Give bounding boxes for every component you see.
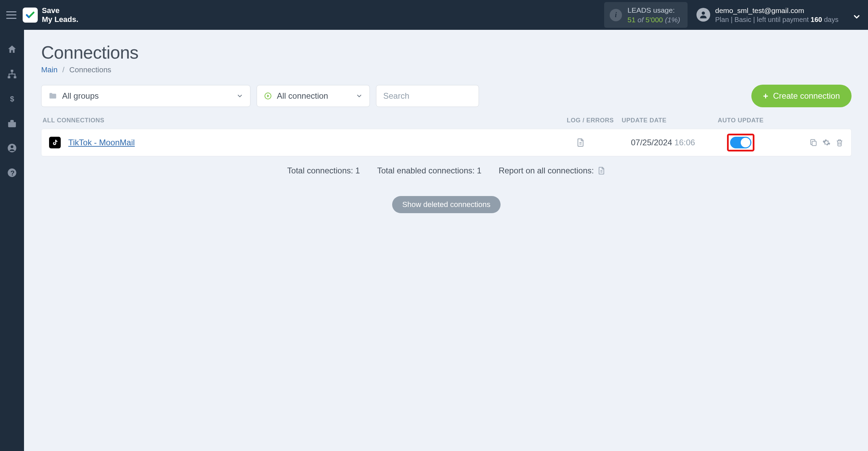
create-connection-label: Create connection — [773, 91, 840, 101]
folder-icon — [48, 92, 57, 100]
report-document-icon[interactable] — [597, 167, 606, 175]
sidebar-item-home[interactable] — [6, 44, 18, 55]
auto-update-highlight — [727, 134, 754, 151]
connection-app-icon — [49, 137, 61, 148]
row-date-cell: 07/25/2024 16:06 — [631, 138, 727, 147]
column-auto: AUTO UPDATE — [718, 117, 786, 124]
connection-name-link[interactable]: TikTok - MoonMail — [68, 138, 576, 147]
user-plan-prefix: Plan | — [715, 16, 732, 23]
svg-rect-3 — [14, 76, 16, 78]
column-log: LOG / ERRORS — [567, 117, 622, 124]
user-days-left: 160 — [811, 16, 822, 23]
log-document-icon[interactable] — [576, 138, 585, 147]
svg-rect-2 — [8, 76, 11, 78]
search-input[interactable] — [376, 85, 479, 107]
brand-line2: My Leads. — [42, 15, 78, 24]
user-plan-mid: | left until payment — [753, 16, 809, 23]
leads-usage-box[interactable]: i LEADS usage: 51 of 5'000 (1%) — [604, 2, 688, 28]
gear-icon[interactable] — [822, 138, 831, 147]
breadcrumb-current: Connections — [69, 65, 111, 74]
svg-point-0 — [702, 12, 705, 15]
table-header: ALL CONNECTIONS LOG / ERRORS UPDATE DATE… — [41, 117, 852, 129]
svg-rect-1 — [11, 70, 13, 72]
status-select-label: All connection — [277, 91, 328, 101]
show-deleted-button[interactable]: Show deleted connections — [392, 196, 501, 213]
sidebar-item-billing[interactable]: $ — [6, 93, 18, 105]
user-days-word: days — [824, 16, 838, 23]
menu-toggle-button[interactable] — [6, 11, 16, 19]
leads-of: of — [637, 16, 644, 24]
user-info: demo_sml_test@gmail.com Plan | Basic | l… — [715, 6, 838, 24]
sidebar: $ ? — [0, 30, 24, 451]
copy-icon[interactable] — [809, 138, 818, 147]
svg-point-6 — [11, 145, 13, 148]
summary-total: Total connections: 1 — [287, 166, 360, 175]
brand-line1: Save — [42, 6, 78, 15]
avatar-icon — [696, 8, 710, 22]
logo-icon — [23, 8, 38, 23]
column-name: ALL CONNECTIONS — [43, 117, 567, 124]
info-icon: i — [610, 9, 622, 21]
groups-select-label: All groups — [62, 91, 99, 101]
user-email: demo_sml_test@gmail.com — [715, 6, 838, 15]
breadcrumb: Main / Connections — [41, 65, 852, 74]
row-actions — [796, 138, 844, 147]
trash-icon[interactable] — [835, 138, 844, 147]
play-circle-icon — [264, 92, 272, 100]
row-log-cell — [576, 138, 631, 147]
svg-text:$: $ — [10, 95, 14, 103]
summary-report: Report on all connections: — [498, 166, 606, 175]
sidebar-item-account[interactable] — [6, 142, 18, 154]
leads-usage-label: LEADS usage: — [627, 5, 680, 15]
column-date: UPDATE DATE — [622, 117, 718, 124]
status-select[interactable]: All connection — [257, 85, 370, 107]
leads-used: 51 — [627, 16, 635, 24]
toggle-knob — [741, 138, 750, 147]
user-plan-name: Basic — [735, 16, 751, 23]
plus-icon: + — [763, 91, 768, 101]
breadcrumb-separator: / — [62, 65, 64, 74]
topbar: Save My Leads. i LEADS usage: 51 of 5'00… — [0, 0, 868, 30]
breadcrumb-home-link[interactable]: Main — [41, 65, 58, 74]
svg-rect-12 — [812, 141, 816, 146]
row-auto-cell — [727, 134, 796, 151]
update-date: 07/25/2024 — [631, 138, 672, 147]
page-title: Connections — [41, 42, 852, 63]
groups-select[interactable]: All groups — [41, 85, 250, 107]
brand-logo[interactable]: Save My Leads. — [23, 6, 78, 24]
update-time: 16:06 — [675, 138, 695, 147]
chevron-down-icon[interactable] — [852, 12, 861, 21]
table-row: TikTok - MoonMail 07/25/2024 16:06 — [41, 129, 852, 156]
auto-update-toggle[interactable] — [730, 137, 751, 148]
chevron-down-icon — [356, 93, 363, 99]
main-content: Connections Main / Connections All group… — [24, 30, 868, 451]
summary-report-label: Report on all connections: — [498, 166, 594, 175]
leads-percent: (1%) — [665, 16, 680, 24]
summary-row: Total connections: 1 Total enabled conne… — [41, 166, 852, 175]
sidebar-item-toolbox[interactable] — [6, 118, 18, 129]
chevron-down-icon — [236, 93, 243, 99]
leads-usage-text: LEADS usage: 51 of 5'000 (1%) — [627, 5, 680, 24]
svg-text:?: ? — [10, 169, 14, 177]
user-menu[interactable]: demo_sml_test@gmail.com Plan | Basic | l… — [696, 6, 838, 24]
brand-text: Save My Leads. — [42, 6, 78, 24]
sidebar-item-help[interactable]: ? — [6, 167, 18, 179]
summary-enabled: Total enabled connections: 1 — [377, 166, 481, 175]
sidebar-item-connections[interactable] — [6, 68, 18, 80]
filters-row: All groups All connection + Create conne… — [41, 85, 852, 107]
create-connection-button[interactable]: + Create connection — [751, 85, 852, 107]
leads-limit: 5'000 — [646, 16, 663, 24]
